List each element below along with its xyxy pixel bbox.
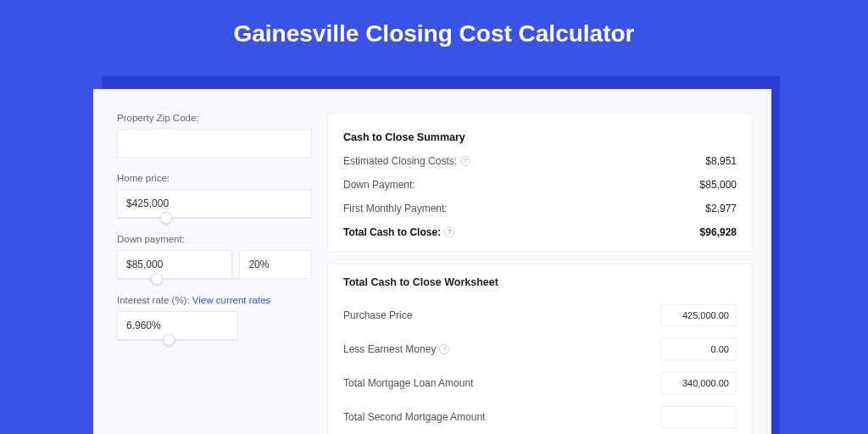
down-payment-slider[interactable]	[117, 278, 238, 280]
summary-title: Cash to Close Summary	[343, 131, 465, 143]
interest-rate-slider-thumb[interactable]	[163, 334, 175, 346]
summary-row: Down Payment:$85,000	[343, 173, 737, 197]
summary-row-value: $85,000	[700, 179, 737, 191]
zip-label: Property Zip Code:	[117, 113, 312, 123]
worksheet-title: Total Cash to Close Worksheet	[343, 276, 737, 288]
interest-rate-label-text: Interest rate (%):	[117, 295, 192, 305]
worksheet-row: Total Second Mortgage Amount	[343, 400, 737, 434]
summary-row-value: $8,951	[705, 155, 737, 167]
down-payment-amount-input[interactable]	[117, 250, 232, 279]
home-price-slider-thumb[interactable]	[160, 212, 172, 224]
summary-row: First Monthly Payment:$2,977	[343, 197, 737, 220]
worksheet-row-label: Total Mortgage Loan Amount	[343, 377, 473, 389]
home-price-input[interactable]	[117, 189, 312, 218]
help-icon[interactable]: ?	[439, 344, 449, 354]
calculator-card: Property Zip Code: Home price: Down paym…	[93, 89, 771, 434]
zip-input[interactable]	[117, 129, 312, 158]
summary-total-row: Total Cash to Close: ? $96,928	[343, 220, 737, 244]
worksheet-row-input[interactable]	[660, 338, 737, 360]
worksheet-row-input[interactable]	[660, 304, 737, 326]
home-price-label: Home price:	[117, 173, 312, 183]
down-payment-percent-input[interactable]	[239, 250, 312, 279]
down-payment-slider-thumb[interactable]	[151, 273, 163, 285]
worksheet-row: Purchase Price	[343, 298, 737, 332]
page-title: Gainesville Closing Cost Calculator	[0, 0, 868, 63]
worksheet-row-input[interactable]	[660, 406, 737, 428]
summary-panel: Cash to Close Summary Estimated Closing …	[327, 113, 753, 252]
summary-row-label: Down Payment:	[343, 179, 415, 191]
down-payment-label: Down payment:	[117, 234, 312, 244]
home-price-field: Home price:	[117, 173, 312, 219]
help-icon[interactable]: ?	[460, 156, 470, 166]
interest-rate-label: Interest rate (%): View current rates	[117, 295, 312, 305]
summary-row-value: $2,977	[705, 203, 737, 214]
view-current-rates-link[interactable]: View current rates	[192, 295, 270, 305]
summary-row: Estimated Closing Costs:?$8,951	[343, 149, 737, 173]
worksheet-panel: Total Cash to Close Worksheet Purchase P…	[327, 264, 753, 434]
help-icon[interactable]: ?	[444, 227, 454, 237]
worksheet-row-label: Total Second Mortgage Amount	[343, 411, 485, 423]
summary-total-value: $96,928	[700, 226, 737, 238]
summary-row-label: First Monthly Payment:	[343, 203, 448, 214]
results-column: Cash to Close Summary Estimated Closing …	[327, 113, 753, 434]
interest-rate-input[interactable]	[117, 311, 238, 340]
inputs-column: Property Zip Code: Home price: Down paym…	[117, 113, 312, 434]
worksheet-row: Total Mortgage Loan Amount	[343, 366, 737, 400]
worksheet-row: Less Earnest Money?	[343, 332, 737, 366]
worksheet-row-input[interactable]	[660, 372, 737, 394]
worksheet-row-label: Less Earnest Money	[343, 343, 436, 355]
down-payment-field: Down payment:	[117, 234, 312, 280]
summary-row-label: Estimated Closing Costs:	[343, 155, 457, 167]
interest-rate-field: Interest rate (%): View current rates	[117, 295, 312, 341]
interest-rate-slider[interactable]	[117, 339, 238, 341]
zip-field: Property Zip Code:	[117, 113, 312, 158]
home-price-slider[interactable]	[117, 217, 312, 219]
summary-total-label: Total Cash to Close:	[343, 226, 441, 238]
worksheet-row-label: Purchase Price	[343, 309, 412, 321]
